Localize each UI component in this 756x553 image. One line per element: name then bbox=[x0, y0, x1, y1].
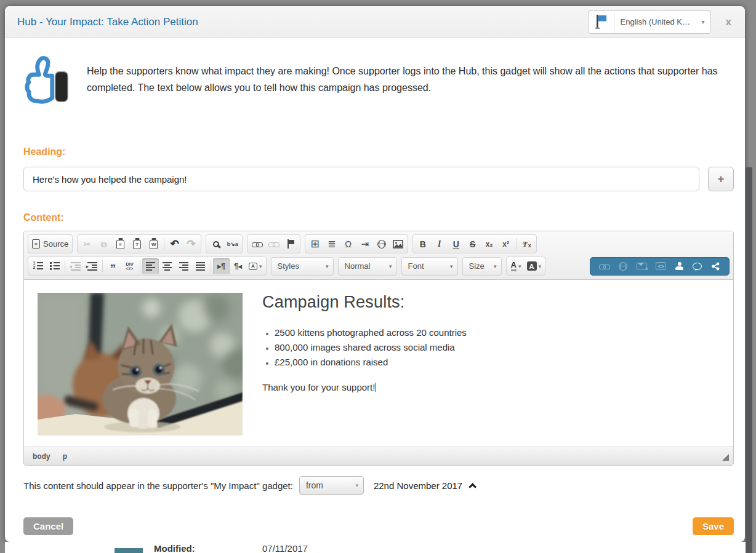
table-button[interactable]: ⊞ bbox=[307, 236, 323, 252]
rich-text-editor: Source ✂ ⧉ ≡ T W ↶ ↷ bbox=[23, 231, 734, 466]
closing-text: Thank you for your support! bbox=[262, 382, 375, 392]
undo-icon: ↶ bbox=[171, 239, 179, 249]
schedule-mode-select[interactable]: from ▾ bbox=[299, 476, 364, 495]
paste-button[interactable]: ≡ bbox=[112, 236, 129, 252]
group-source: Source bbox=[28, 234, 73, 253]
blockquote-button[interactable]: ” bbox=[105, 258, 121, 274]
underline-button[interactable]: U bbox=[448, 236, 464, 252]
bullet-list-button[interactable] bbox=[46, 258, 63, 274]
special-char-button[interactable]: Ω bbox=[340, 236, 356, 252]
modal-body: Help the supporters know what impact the… bbox=[5, 54, 745, 535]
group-colors: A ▾ A ▾ bbox=[506, 257, 546, 276]
schedule-date: 22nd November 2017 bbox=[374, 480, 462, 491]
insert-link-icon[interactable] bbox=[599, 263, 609, 269]
background-modified-value: 07/11/2017 bbox=[262, 543, 308, 553]
cut-button[interactable]: ✂ bbox=[79, 236, 95, 252]
anchor-button[interactable] bbox=[282, 236, 299, 252]
iframe-button[interactable] bbox=[373, 236, 390, 252]
remove-format-button[interactable]: T x bbox=[518, 236, 535, 252]
background-color-button[interactable]: A ▾ bbox=[525, 258, 544, 274]
image-button[interactable] bbox=[390, 236, 406, 252]
bidi-ltr-button[interactable]: ▸¶ bbox=[213, 258, 230, 274]
content-closing-line: Thank you for your support! bbox=[262, 382, 467, 392]
chevron-down-icon: ▾ bbox=[322, 263, 329, 269]
group-links bbox=[247, 234, 300, 253]
background-page-strip: Modified: 07/11/2017 bbox=[5, 542, 751, 553]
cancel-button[interactable]: Cancel bbox=[23, 517, 73, 535]
unlink-button[interactable] bbox=[265, 236, 282, 252]
chevron-down-icon: ▾ bbox=[355, 482, 358, 488]
numbered-list-button[interactable] bbox=[30, 258, 46, 274]
subscript-icon: x₂ bbox=[486, 240, 493, 249]
align-left-button[interactable] bbox=[142, 258, 159, 274]
supporter-data-icon[interactable] bbox=[675, 262, 683, 270]
italic-button[interactable]: I bbox=[431, 236, 448, 252]
italic-icon: I bbox=[438, 239, 441, 249]
size-dropdown-label: Size bbox=[469, 261, 485, 271]
align-left-icon bbox=[146, 262, 155, 271]
outdent-button[interactable] bbox=[67, 258, 84, 274]
superscript-button[interactable]: x² bbox=[497, 236, 514, 252]
resize-handle[interactable] bbox=[722, 454, 729, 461]
close-button[interactable]: x bbox=[722, 14, 735, 31]
editable-content-area[interactable]: Campaign Results: 2500 kittens photograp… bbox=[24, 280, 733, 447]
div-container-button[interactable]: DIV </> bbox=[121, 258, 138, 274]
font-dropdown[interactable]: Font ▾ bbox=[401, 257, 458, 276]
chevron-down-icon: ▾ bbox=[696, 11, 710, 33]
element-path-body[interactable]: body bbox=[33, 452, 50, 461]
size-dropdown[interactable]: Size ▾ bbox=[462, 257, 502, 276]
paste-word-button[interactable]: W bbox=[145, 236, 162, 252]
styles-dropdown[interactable]: Styles ▾ bbox=[271, 257, 334, 276]
add-language-version-button[interactable]: + bbox=[708, 167, 734, 191]
align-justify-button[interactable] bbox=[192, 258, 209, 274]
bold-button[interactable]: B bbox=[414, 236, 431, 252]
paste-text-button[interactable]: T bbox=[129, 236, 145, 252]
paragraph-format-dropdown[interactable]: Normal ▾ bbox=[338, 257, 397, 276]
comment-icon[interactable] bbox=[693, 263, 702, 270]
indent-icon bbox=[87, 262, 97, 271]
language-label: English (United K… bbox=[614, 11, 696, 33]
content-label: Content: bbox=[23, 212, 734, 223]
replace-button[interactable]: b↘a bbox=[224, 236, 241, 252]
undo-button[interactable]: ↶ bbox=[166, 236, 183, 252]
paste-word-icon: W bbox=[150, 240, 158, 249]
kitten-photo[interactable] bbox=[38, 293, 243, 436]
copy-button[interactable]: ⧉ bbox=[95, 236, 112, 252]
bidi-ltr-icon: ▸¶ bbox=[217, 262, 225, 271]
text-color-button[interactable]: A ▾ bbox=[508, 258, 525, 274]
find-button[interactable] bbox=[207, 236, 224, 252]
redo-button[interactable]: ↷ bbox=[183, 236, 199, 252]
align-justify-icon bbox=[196, 262, 205, 271]
language-flag-cell bbox=[589, 11, 614, 33]
page-break-button[interactable]: ⇥ bbox=[356, 236, 373, 252]
bidi-rtl-button[interactable]: ¶◂ bbox=[230, 258, 246, 274]
indent-button[interactable] bbox=[84, 258, 100, 274]
language-selector[interactable]: English (United K… ▾ bbox=[588, 10, 711, 34]
align-center-button[interactable] bbox=[159, 258, 175, 274]
element-path-p[interactable]: p bbox=[63, 452, 67, 461]
globe-link-icon[interactable] bbox=[619, 262, 627, 271]
email-block-icon[interactable] bbox=[637, 263, 646, 269]
language-button[interactable]: A ▾ bbox=[246, 258, 265, 274]
align-right-button[interactable] bbox=[175, 258, 192, 274]
save-button[interactable]: Save bbox=[693, 517, 734, 535]
bold-icon: B bbox=[420, 239, 426, 249]
heading-input[interactable] bbox=[23, 167, 699, 191]
modal-header: Hub - Your Impact: Take Action Petition … bbox=[5, 6, 745, 38]
source-button[interactable]: Source bbox=[30, 236, 71, 252]
strikethrough-button[interactable]: S bbox=[464, 236, 481, 252]
share-icon[interactable] bbox=[711, 262, 720, 271]
horizontal-rule-button[interactable]: ≣ bbox=[323, 236, 340, 252]
embed-code-icon[interactable]: <> bbox=[656, 262, 666, 270]
subscript-button[interactable]: x₂ bbox=[481, 236, 497, 252]
language-letter: A bbox=[249, 263, 257, 270]
chevron-down-icon: ▾ bbox=[385, 263, 392, 269]
styles-dropdown-label: Styles bbox=[278, 261, 299, 271]
background-teal-block bbox=[115, 548, 143, 553]
link-button[interactable] bbox=[249, 236, 265, 252]
group-basicstyles: B I U S x₂ x² T x bbox=[412, 234, 537, 253]
toolbar-row-1: Source ✂ ⧉ ≡ T W ↶ ↷ bbox=[28, 234, 730, 253]
underline-icon: U bbox=[453, 239, 459, 249]
chevron-up-icon[interactable] bbox=[468, 483, 477, 491]
page-scrollbar-thumb[interactable] bbox=[746, 167, 752, 553]
